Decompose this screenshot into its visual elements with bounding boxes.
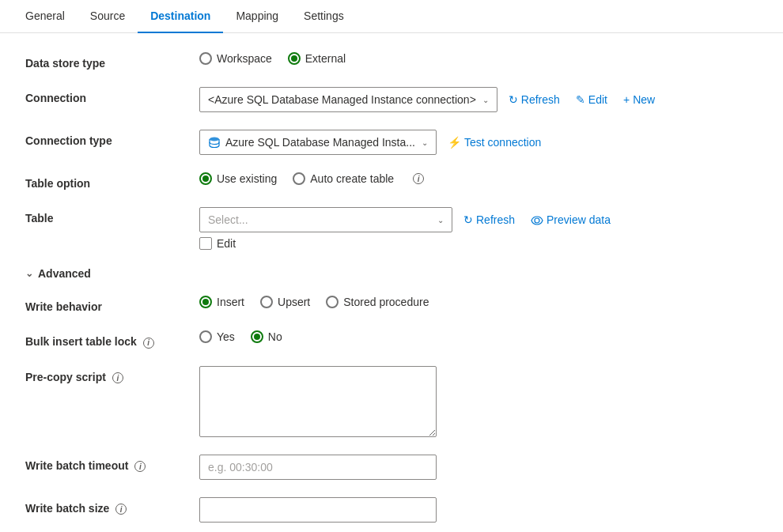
radio-external-label: External: [305, 52, 346, 65]
connection-refresh-button[interactable]: ↻ Refresh: [504, 90, 565, 109]
tab-destination[interactable]: Destination: [138, 0, 223, 33]
radio-workspace[interactable]: Workspace: [199, 52, 272, 65]
radio-external[interactable]: External: [288, 52, 346, 65]
radio-stored-procedure[interactable]: Stored procedure: [326, 296, 429, 308]
pre-copy-script-textarea[interactable]: [199, 366, 437, 437]
connection-edit-label: Edit: [588, 93, 607, 106]
bulk-insert-label: Bulk insert table lock i: [25, 330, 199, 349]
tab-settings[interactable]: Settings: [291, 0, 357, 33]
table-option-row: Table option Use existing Auto create ta…: [25, 172, 758, 190]
table-edit-checkbox[interactable]: Edit: [199, 237, 615, 250]
test-connection-label: Test connection: [464, 136, 541, 149]
data-store-type-row: Data store type Workspace External: [25, 52, 758, 70]
radio-use-existing-inner: [202, 175, 209, 182]
test-connection-button[interactable]: ⚡ Test connection: [443, 133, 546, 152]
connection-edit-button[interactable]: ✎ Edit: [571, 90, 612, 109]
bulk-insert-radio-group: Yes No: [199, 330, 282, 343]
table-extra: Select... ⌄ ↻ Refresh: [199, 207, 615, 250]
pre-copy-script-control: [199, 366, 758, 437]
pre-copy-script-row: Pre-copy script i: [25, 366, 758, 437]
radio-use-existing-outer: [199, 172, 212, 185]
form-content: Data store type Workspace External Conne…: [0, 33, 783, 532]
tab-bar: General Source Destination Mapping Setti…: [0, 0, 783, 33]
write-batch-timeout-row: Write batch timeout i: [25, 455, 758, 480]
radio-stored-proc-outer: [326, 296, 339, 308]
connection-dropdown-value: <Azure SQL Database Managed Instance con…: [208, 93, 476, 106]
table-edit-label: Edit: [217, 237, 236, 250]
connection-row: Connection <Azure SQL Database Managed I…: [25, 87, 758, 112]
preview-icon: [531, 213, 543, 226]
connection-type-value: Azure SQL Database Managed Insta...: [225, 136, 415, 149]
refresh-icon: ↻: [463, 213, 473, 226]
connection-type-label: Connection type: [25, 130, 199, 147]
tab-source[interactable]: Source: [78, 0, 138, 33]
checkbox-box: [199, 237, 212, 250]
connection-dropdown[interactable]: <Azure SQL Database Managed Instance con…: [199, 87, 497, 112]
write-batch-timeout-control: [199, 455, 758, 480]
chevron-down-icon: ⌄: [422, 138, 428, 147]
tab-mapping[interactable]: Mapping: [223, 0, 291, 33]
radio-yes[interactable]: Yes: [199, 330, 235, 343]
write-behavior-control: Insert Upsert Stored procedure: [199, 296, 758, 308]
pre-copy-info-icon[interactable]: i: [112, 372, 123, 383]
data-store-type-radio-group: Workspace External: [199, 52, 346, 65]
write-batch-size-control: [199, 497, 758, 523]
radio-insert-label: Insert: [217, 296, 244, 308]
data-store-type-label: Data store type: [25, 52, 199, 70]
table-refresh-button[interactable]: ↻ Refresh: [459, 210, 520, 229]
radio-yes-outer: [199, 330, 212, 343]
table-option-control: Use existing Auto create table i: [199, 172, 758, 185]
table-preview-button[interactable]: Preview data: [526, 210, 615, 229]
connection-control: <Azure SQL Database Managed Instance con…: [199, 87, 758, 112]
refresh-icon: ↻: [509, 93, 518, 106]
table-preview-label: Preview data: [547, 213, 611, 226]
table-row: Table Select... ⌄ ↻ Refresh: [25, 207, 758, 250]
table-option-info-icon[interactable]: i: [413, 173, 424, 184]
radio-use-existing[interactable]: Use existing: [199, 172, 277, 185]
connection-type-control: Azure SQL Database Managed Insta... ⌄ ⚡ …: [199, 130, 758, 155]
radio-no[interactable]: No: [251, 330, 282, 343]
bulk-insert-info-icon[interactable]: i: [143, 338, 154, 349]
write-batch-size-row: Write batch size i: [25, 497, 758, 523]
svg-point-0: [210, 138, 219, 141]
table-option-label: Table option: [25, 172, 199, 190]
table-select-dropdown[interactable]: Select... ⌄: [199, 207, 452, 232]
radio-use-existing-label: Use existing: [217, 172, 277, 185]
write-batch-timeout-input[interactable]: [199, 455, 437, 480]
radio-upsert[interactable]: Upsert: [260, 296, 310, 308]
table-control: Select... ⌄ ↻ Refresh: [199, 207, 758, 250]
table-top-actions: Select... ⌄ ↻ Refresh: [199, 207, 615, 232]
test-icon: ⚡: [448, 136, 461, 149]
radio-insert[interactable]: Insert: [199, 296, 244, 308]
table-select-placeholder: Select...: [208, 213, 248, 226]
bulk-insert-control: Yes No: [199, 330, 758, 343]
bulk-insert-row: Bulk insert table lock i Yes No: [25, 330, 758, 349]
plus-icon: +: [623, 93, 630, 106]
write-batch-timeout-label: Write batch timeout i: [25, 455, 199, 473]
radio-auto-create[interactable]: Auto create table: [293, 172, 394, 185]
connection-label: Connection: [25, 87, 199, 104]
write-behavior-radio-group: Insert Upsert Stored procedure: [199, 296, 429, 308]
radio-auto-create-outer: [293, 172, 305, 185]
write-batch-timeout-info-icon[interactable]: i: [134, 461, 146, 472]
radio-insert-outer: [199, 296, 212, 308]
connection-new-button[interactable]: + New: [618, 90, 660, 109]
radio-external-inner: [291, 55, 297, 62]
radio-upsert-outer: [260, 296, 273, 308]
database-icon: [208, 136, 221, 149]
chevron-down-icon: ⌄: [25, 268, 33, 279]
tab-general[interactable]: General: [13, 0, 78, 33]
radio-workspace-outer: [199, 52, 212, 65]
table-label: Table: [25, 207, 199, 224]
data-store-type-control: Workspace External: [199, 52, 758, 65]
connection-type-dropdown[interactable]: Azure SQL Database Managed Insta... ⌄: [199, 130, 437, 155]
radio-no-label: No: [268, 330, 282, 343]
pre-copy-script-label: Pre-copy script i: [25, 366, 199, 384]
write-behavior-row: Write behavior Insert Upsert Stored proc…: [25, 296, 758, 313]
advanced-toggle[interactable]: ⌄ Advanced: [25, 267, 758, 280]
write-batch-size-info-icon[interactable]: i: [115, 504, 127, 515]
write-batch-size-input[interactable]: [199, 497, 437, 523]
connection-new-label: New: [633, 93, 655, 106]
radio-auto-create-label: Auto create table: [310, 172, 394, 185]
radio-external-outer: [288, 52, 301, 65]
